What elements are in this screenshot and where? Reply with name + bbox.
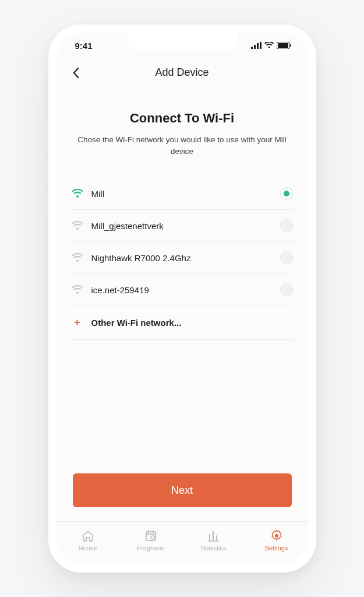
network-name: Nighthawk R7000 2.4Ghz [91,253,272,263]
radio-selected[interactable] [280,187,293,200]
wifi-icon [72,220,83,231]
tab-label: Settings [265,545,288,552]
phone-frame: 9:41 Add Device Connect To Wi-Fi Cho [48,24,316,573]
chevron-left-icon [73,68,79,78]
screen: 9:41 Add Device Connect To Wi-Fi Cho [56,33,308,564]
svg-rect-6 [290,44,291,47]
network-row[interactable]: ice.net-259419 [70,274,294,306]
svg-rect-0 [251,47,253,49]
svg-rect-3 [260,42,261,49]
battery-icon [277,41,292,51]
wifi-status-icon [264,41,274,51]
network-name: Mill [91,189,272,199]
network-name: Mill_gjestenettverk [91,221,272,231]
tab-house[interactable]: House [56,522,119,559]
calendar-icon [144,529,157,542]
svg-point-8 [151,536,154,539]
radio-dot-icon [284,191,289,196]
tab-statistics[interactable]: Statistics [182,522,245,559]
radio-unselected[interactable] [280,219,293,232]
radio-unselected[interactable] [280,283,293,296]
svg-rect-1 [254,45,256,49]
status-time: 9:41 [75,41,93,51]
tab-bar: House Programs Statistics Settings [56,521,308,564]
svg-rect-5 [278,43,288,48]
svg-rect-2 [257,43,259,49]
radio-unselected[interactable] [280,251,293,264]
plus-icon: + [72,317,83,329]
house-icon [82,529,94,542]
back-button[interactable] [67,64,86,82]
cellular-icon [251,41,261,51]
tab-label: House [79,545,97,552]
subtext: Chose the Wi-Fi network you would like t… [70,134,294,157]
next-button[interactable]: Next [73,473,292,507]
network-row[interactable]: Nighthawk R7000 2.4Ghz [70,242,294,274]
next-button-label: Next [171,484,193,497]
other-network-label: Other Wi-Fi network... [91,318,182,328]
wifi-icon [72,252,83,264]
tab-programs[interactable]: Programs [119,522,182,559]
notch [127,33,238,50]
page-title: Add Device [155,66,208,79]
tab-label: Statistics [200,545,226,552]
network-name: ice.net-259419 [91,285,272,295]
wifi-icon [72,188,83,199]
spacer [70,340,294,473]
heading: Connect To Wi-Fi [70,111,294,126]
network-row[interactable]: Mill_gjestenettverk [70,210,294,242]
gear-icon [270,529,283,542]
wifi-icon [72,284,83,296]
status-icons [251,41,292,51]
chart-icon [207,529,220,542]
other-network-row[interactable]: + Other Wi-Fi network... [70,306,294,340]
tab-label: Programs [137,545,165,552]
nav-header: Add Device [56,58,308,87]
svg-point-9 [275,534,278,538]
content: Connect To Wi-Fi Chose the Wi-Fi network… [56,87,308,521]
network-row[interactable]: Mill [70,178,294,210]
tab-settings[interactable]: Settings [245,522,308,559]
network-list: Mill Mill_gjestenettverk Nighthawk R7000… [70,178,294,340]
